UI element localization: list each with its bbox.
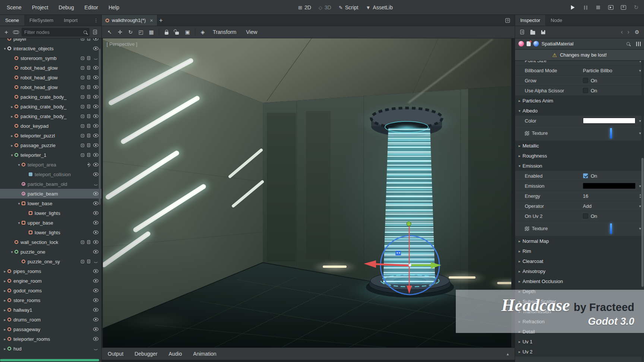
tree-node-packing_crate_body_-6[interactable]: packing_crate_body_ — [0, 92, 101, 102]
tree-node-teleport_collision-14[interactable]: teleport_collision — [0, 169, 101, 179]
tree-node-storeroom_symb-2[interactable]: storeroom_symb — [0, 53, 101, 63]
property-value[interactable]: On — [583, 76, 641, 85]
dock-tab-scene[interactable]: Scene — [0, 15, 24, 26]
inspector-row-normal-map-17[interactable]: ▸Normal Map — [515, 236, 644, 246]
visibility-on-icon[interactable] — [93, 76, 98, 79]
group-icon[interactable] — [81, 57, 84, 60]
checkbox[interactable] — [583, 213, 588, 219]
stop-button[interactable] — [593, 3, 603, 12]
visibility-on-icon[interactable] — [93, 298, 98, 302]
scene-tab-walkthrough1[interactable]: walkthrough1(*) × — [102, 15, 157, 26]
history-forward-icon[interactable]: › — [626, 28, 631, 36]
script-icon[interactable] — [87, 114, 90, 118]
script-icon[interactable] — [87, 76, 90, 79]
visibility-on-icon[interactable] — [93, 143, 98, 147]
load-resource-button[interactable] — [528, 28, 537, 36]
inspector-row-particles-anim-4[interactable]: ▸Particles Anim — [515, 96, 644, 106]
visibility-on-icon[interactable] — [93, 114, 98, 118]
menu-project[interactable]: Project — [32, 4, 48, 10]
instance-scene-button[interactable] — [12, 28, 20, 36]
expand-arrow-icon[interactable]: ▸ — [2, 347, 7, 351]
property-value[interactable]: ▾ — [583, 116, 641, 126]
history-back-icon[interactable]: ‹ — [620, 28, 624, 36]
expand-arrow-icon[interactable]: ▸ — [9, 134, 15, 138]
tree-node-lower_lights-18[interactable]: lower_lights — [0, 208, 101, 218]
tree-node-teleport_area-13[interactable]: ▾teleport_area — [0, 160, 101, 169]
script-icon[interactable] — [87, 95, 90, 99]
checkbox[interactable] — [583, 88, 588, 93]
property-value[interactable]: On — [583, 171, 641, 181]
color-swatch[interactable] — [583, 118, 635, 124]
inspector-row-uv-2-28[interactable]: ▸Uv 2 — [515, 347, 644, 357]
filter-nodes-input[interactable]: Filter nodes — [22, 28, 89, 36]
visibility-on-icon[interactable] — [93, 192, 98, 196]
inspector-row-ambient-occlusion-21[interactable]: ▸Ambient Occlusion — [515, 276, 644, 286]
chevron-down-icon[interactable]: ▾ — [639, 204, 641, 208]
signal-icon[interactable] — [86, 163, 90, 167]
tree-node-particle_beam-16[interactable]: particle_beam — [0, 189, 101, 199]
update-spinner-button[interactable]: ↻ — [631, 3, 641, 12]
perspective-label[interactable]: [ Perspective ] — [107, 41, 137, 47]
collapse-arrow-icon[interactable]: ▾ — [2, 47, 7, 51]
mode-2d[interactable]: ⊞2D — [298, 4, 311, 10]
visibility-on-icon[interactable] — [93, 250, 98, 254]
attach-script-button[interactable] — [91, 28, 99, 36]
tree-node-store_rooms-27[interactable]: ▸store_rooms — [0, 295, 101, 305]
pause-button[interactable] — [581, 3, 590, 12]
mode-script[interactable]: ✎Script — [339, 4, 359, 10]
expand-arrow-icon[interactable]: ▸ — [9, 114, 15, 118]
tree-node-packing_crate_body_-7[interactable]: ▸packing_crate_body_ — [0, 102, 101, 111]
visibility-off-icon[interactable] — [93, 57, 98, 60]
visibility-on-icon[interactable] — [93, 66, 98, 70]
chevron-down-icon[interactable]: ▾ — [639, 226, 641, 231]
tree-node-robot_head_glow-3[interactable]: robot_head_glow — [0, 63, 101, 73]
visibility-on-icon[interactable] — [93, 105, 98, 108]
tab-node[interactable]: Node — [545, 15, 567, 26]
visibility-on-icon[interactable] — [93, 201, 98, 205]
visibility-on-icon[interactable] — [93, 211, 98, 215]
add-node-button[interactable]: + — [2, 28, 10, 36]
close-tab-icon[interactable]: × — [150, 17, 153, 23]
tree-node-robot_head_glow-4[interactable]: robot_head_glow — [0, 73, 101, 82]
bottom-tab-debugger[interactable]: Debugger — [135, 351, 158, 357]
tree-node-packing_crate_body_-8[interactable]: ▸packing_crate_body_ — [0, 111, 101, 121]
tree-node-engine_room-25[interactable]: ▸engine_room — [0, 276, 101, 286]
expand-arrow-icon[interactable]: ▸ — [9, 143, 15, 147]
object-tools-button[interactable]: ⚙ — [633, 28, 641, 36]
tree-node-particle_beam_old-15[interactable]: particle_beam_old — [0, 179, 101, 189]
visibility-on-icon[interactable] — [93, 163, 98, 166]
bottom-tab-animation[interactable]: Animation — [193, 351, 216, 357]
menu-view[interactable]: View — [242, 29, 262, 35]
visibility-on-icon[interactable] — [93, 47, 98, 50]
expand-arrow-icon[interactable]: ▸ — [9, 105, 15, 109]
visibility-on-icon[interactable] — [93, 172, 98, 176]
bottom-tab-output[interactable]: Output — [108, 351, 123, 357]
unlock-tool-button[interactable] — [172, 27, 182, 37]
script-icon[interactable] — [87, 143, 90, 147]
menu-editor[interactable]: Editor — [85, 4, 98, 10]
property-value[interactable]: ▾ — [583, 221, 641, 236]
visibility-on-icon[interactable] — [93, 95, 98, 99]
tree-scrollbar-horizontal[interactable] — [0, 359, 99, 361]
script-icon[interactable] — [87, 153, 90, 157]
expand-arrow-icon[interactable]: ▸ — [2, 269, 7, 273]
tab-inspector[interactable]: Inspector — [515, 15, 545, 26]
menu-help[interactable]: Help — [108, 4, 119, 10]
visibility-on-icon[interactable] — [93, 85, 98, 89]
property-value[interactable]: 16▴▾ — [583, 191, 641, 201]
visibility-on-icon[interactable] — [93, 318, 98, 321]
chevron-down-icon[interactable]: ▾ — [639, 131, 641, 135]
tree-node-lower_lights-20[interactable]: lower_lights — [0, 228, 101, 237]
collapse-arrow-icon[interactable]: ▾ — [16, 221, 22, 225]
mode-assetlib[interactable]: ▼AssetLib — [366, 4, 393, 10]
visibility-off-icon[interactable] — [93, 347, 98, 350]
spinner-arrows-icon[interactable]: ▴▾ — [640, 61, 641, 63]
tree-node-teleporter_rooms-31[interactable]: ▸teleporter_rooms — [0, 334, 101, 344]
tree-node-lower_base-17[interactable]: ▾lower_base — [0, 199, 101, 208]
distraction-free-button[interactable] — [503, 16, 512, 25]
script-icon[interactable] — [87, 240, 90, 244]
collapse-arrow-icon[interactable]: ▾ — [9, 250, 15, 254]
inspector-row-roughness-9[interactable]: ▸Roughness — [515, 151, 644, 161]
dock-tab-import[interactable]: Import — [59, 15, 83, 26]
tree-node-hallway1-28[interactable]: ▸hallway1 — [0, 305, 101, 315]
